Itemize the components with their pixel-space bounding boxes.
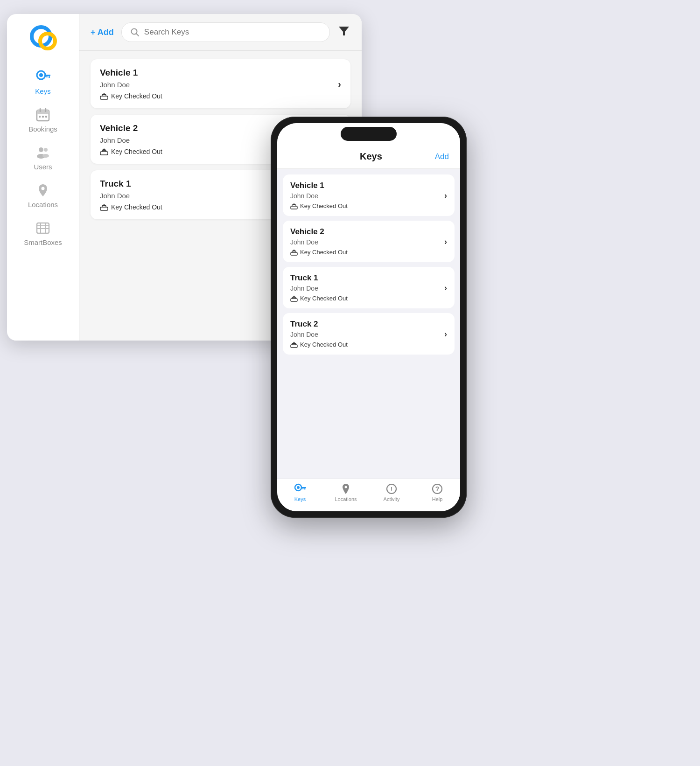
- phone-key-user-1: John Doe: [290, 238, 447, 246]
- app-logo: [28, 23, 58, 54]
- sidebar-label-keys: Keys: [35, 87, 50, 95]
- svg-point-46: [345, 486, 347, 488]
- phone-tab-keys[interactable]: Keys: [277, 483, 323, 502]
- location-icon: [35, 182, 51, 199]
- svg-rect-37: [291, 299, 297, 301]
- sidebar-item-smartboxes[interactable]: SmartBoxes: [7, 214, 79, 252]
- add-button[interactable]: + Add: [91, 28, 114, 37]
- checkout-status-icon-2: [100, 203, 108, 211]
- phone-key-title-2: Truck 1: [290, 273, 447, 283]
- svg-marker-38: [293, 295, 296, 298]
- svg-point-14: [39, 147, 43, 152]
- phone-key-user-2: John Doe: [290, 285, 447, 292]
- phone-key-status-text-1: Key Checked Out: [300, 249, 348, 256]
- svg-rect-6: [46, 76, 48, 77]
- phone-tab-help[interactable]: ? Help: [414, 483, 460, 502]
- phone-key-chevron-2: ›: [444, 283, 447, 292]
- svg-rect-35: [291, 252, 297, 255]
- svg-marker-40: [293, 341, 296, 344]
- svg-point-15: [44, 148, 48, 152]
- users-icon: [35, 144, 51, 161]
- phone-tab-label-keys: Keys: [294, 496, 306, 502]
- phone-key-status-1: Key Checked Out: [290, 249, 447, 256]
- svg-rect-31: [100, 207, 108, 210]
- phone-key-card-3[interactable]: Truck 2 John Doe Key Checked Out ›: [283, 313, 455, 355]
- phone-key-user-3: John Doe: [290, 331, 447, 338]
- key-icon: [35, 69, 51, 85]
- phone-key-title-3: Truck 2: [290, 320, 447, 329]
- svg-rect-39: [291, 345, 297, 348]
- toolbar: + Add: [79, 14, 362, 51]
- desktop-key-title-0: Vehicle 1: [100, 68, 341, 78]
- phone-key-card-2[interactable]: Truck 1 John Doe Key Checked Out ›: [283, 267, 455, 308]
- phone-tab-activity[interactable]: ! Activity: [369, 483, 414, 502]
- sidebar-label-bookings: Bookings: [28, 125, 57, 133]
- desktop-key-status-text-1: Key Checked Out: [111, 148, 162, 155]
- phone-tab-label-help: Help: [432, 496, 443, 502]
- svg-rect-5: [49, 76, 50, 78]
- phone-tab-label-activity: Activity: [384, 496, 400, 502]
- search-icon: [130, 28, 140, 37]
- sidebar-item-locations[interactable]: Locations: [7, 176, 79, 214]
- phone-key-status-2: Key Checked Out: [290, 295, 447, 302]
- phone-key-title-0: Vehicle 1: [290, 181, 447, 190]
- phone-title: Keys: [307, 151, 435, 162]
- phone-notch: [341, 127, 397, 141]
- sidebar: Keys Bookings: [7, 14, 79, 341]
- svg-text:!: !: [391, 486, 392, 493]
- phone-checkout-icon-1: [290, 249, 298, 256]
- sidebar-label-smartboxes: SmartBoxes: [24, 238, 62, 246]
- svg-rect-8: [37, 110, 49, 114]
- desktop-key-status-0: Key Checked Out: [100, 92, 341, 100]
- desktop-key-card-0[interactable]: Vehicle 1 John Doe Key Checked Out ›: [91, 59, 350, 108]
- svg-marker-34: [293, 203, 296, 205]
- phone-checkout-icon-2: [290, 295, 298, 302]
- checkout-status-icon-1: [100, 148, 108, 155]
- svg-text:?: ?: [435, 485, 440, 493]
- svg-rect-29: [100, 152, 108, 155]
- phone-key-card-1[interactable]: Vehicle 2 John Doe Key Checked Out ›: [283, 221, 455, 262]
- phone-key-chevron-3: ›: [444, 329, 447, 339]
- desktop-key-status-text-0: Key Checked Out: [111, 92, 162, 100]
- svg-rect-44: [304, 488, 306, 490]
- phone-key-status-text-3: Key Checked Out: [300, 341, 348, 348]
- phone-key-title-1: Vehicle 2: [290, 227, 447, 237]
- sidebar-item-users[interactable]: Users: [7, 139, 79, 176]
- desktop-key-status-text-2: Key Checked Out: [111, 203, 162, 211]
- phone-keys-list: Vehicle 1 John Doe Key Checked Out › V: [277, 169, 460, 479]
- phone-checkout-icon-0: [290, 203, 298, 209]
- svg-point-42: [297, 486, 300, 489]
- phone-tab-activity-icon: !: [385, 483, 398, 495]
- phone-tab-label-locations: Locations: [335, 496, 357, 502]
- svg-rect-27: [100, 96, 108, 99]
- sidebar-item-keys[interactable]: Keys: [7, 63, 79, 101]
- smartbox-icon: [35, 220, 51, 237]
- svg-rect-4: [44, 75, 50, 76]
- filter-button[interactable]: [337, 24, 350, 40]
- svg-point-18: [42, 187, 45, 190]
- phone-tab-key-icon: [294, 483, 306, 495]
- phone-mockup: Keys Add Vehicle 1 John Doe Key Checke: [271, 117, 467, 518]
- svg-rect-11: [39, 116, 41, 118]
- phone-add-button[interactable]: Add: [435, 152, 449, 161]
- sidebar-label-users: Users: [34, 163, 52, 171]
- phone-frame: Keys Add Vehicle 1 John Doe Key Checke: [271, 117, 467, 518]
- phone-tab-locations[interactable]: Locations: [323, 483, 369, 502]
- svg-rect-45: [302, 488, 304, 490]
- search-input[interactable]: [144, 28, 321, 37]
- desktop-key-chevron-0: ›: [338, 78, 341, 89]
- svg-point-17: [42, 154, 49, 158]
- svg-rect-12: [42, 116, 44, 118]
- sidebar-item-bookings[interactable]: Bookings: [7, 101, 79, 139]
- svg-rect-43: [301, 487, 306, 488]
- calendar-icon: [35, 106, 51, 123]
- phone-key-status-text-2: Key Checked Out: [300, 295, 348, 302]
- phone-screen: Keys Add Vehicle 1 John Doe Key Checke: [277, 123, 460, 511]
- phone-key-status-text-0: Key Checked Out: [300, 202, 348, 209]
- svg-rect-33: [291, 206, 297, 209]
- phone-checkout-icon-3: [290, 341, 298, 348]
- phone-key-card-0[interactable]: Vehicle 1 John Doe Key Checked Out ›: [283, 174, 455, 216]
- phone-tab-location-icon: [340, 483, 352, 495]
- svg-line-25: [136, 34, 139, 36]
- phone-tab-help-icon: ?: [431, 483, 443, 495]
